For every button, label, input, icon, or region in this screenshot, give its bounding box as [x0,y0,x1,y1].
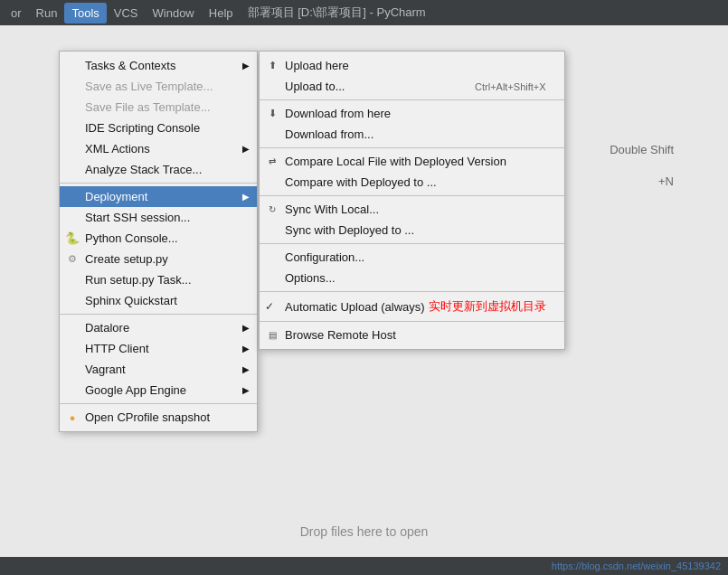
menubar: or Run Tools VCS Window Help 部署项目 [D:\部署… [0,0,728,25]
deployment-download-from[interactable]: Download from... [260,124,564,145]
dep-separator-6 [260,321,564,322]
deployment-browse-remote[interactable]: ▤ Browse Remote Host [260,325,564,345]
download-here-label: Download from here [285,107,391,120]
menubar-item-run[interactable]: Run [29,3,65,24]
menubar-item-vcs[interactable]: VCS [107,3,146,24]
menubar-item-tools[interactable]: Tools [64,3,106,24]
deployment-compare-deployed[interactable]: Compare with Deployed to ... [260,172,564,193]
open-cprofile-label: Open CProfile snapshot [85,410,210,424]
download-here-icon: ⬇ [265,107,279,121]
save-file-label: Save File as Template... [85,100,211,114]
menubar-item-help[interactable]: Help [202,3,241,24]
deployment-label: Deployment [85,190,147,203]
menu-item-http-client[interactable]: HTTP Client [60,338,257,359]
browse-remote-label: Browse Remote Host [285,328,396,342]
menubar-item-or[interactable]: or [4,3,29,24]
menu-item-save-file: Save File as Template... [60,97,257,118]
deployment-upload-to[interactable]: Upload to... Ctrl+Alt+Shift+X [260,76,564,97]
deployment-compare-local[interactable]: ⇄ Compare Local File with Deployed Versi… [260,151,564,172]
deployment-configuration[interactable]: Configuration... [260,247,564,268]
sphinx-label: Sphinx Quickstart [85,294,177,307]
menu-item-google-app[interactable]: Google App Engine [60,380,257,401]
datalore-label: Datalore [85,321,129,335]
menu-item-vagrant[interactable]: Vagrant [60,359,257,380]
menu-item-analyze-stack[interactable]: Analyze Stack Trace... [60,159,257,180]
upload-to-shortcut: Ctrl+Alt+Shift+X [475,81,546,92]
tools-menu: Tasks & Contexts Save as Live Template..… [59,51,258,432]
ide-scripting-label: IDE Scripting Console [85,121,200,135]
deployment-download-here[interactable]: ⬇ Download from here [260,103,564,124]
vagrant-label: Vagrant [85,363,126,376]
deployment-upload-here[interactable]: ⬆ Upload here [260,55,564,76]
menu-item-datalore[interactable]: Datalore [60,317,257,338]
menu-item-start-ssh[interactable]: Start SSH session... [60,207,257,228]
menu-item-ide-scripting[interactable]: IDE Scripting Console [60,118,257,138]
menu-item-python-console[interactable]: 🐍 Python Console... [60,228,257,249]
compare-local-label: Compare Local File with Deployed Version [285,155,506,168]
browse-remote-icon: ▤ [265,328,279,343]
menu-item-tasks[interactable]: Tasks & Contexts [60,55,257,76]
menu-item-run-setup[interactable]: Run setup.py Task... [60,269,257,290]
separator-3 [60,403,257,404]
dep-separator-1 [260,99,564,100]
ctrl-n-hint: +N [658,174,674,188]
sync-icon: ↻ [265,203,279,217]
upload-here-label: Upload here [285,59,349,72]
compare-deployed-label: Compare with Deployed to ... [285,175,437,189]
main-area: Double Shift +N Tasks & Contexts Save as… [0,25,728,575]
dep-separator-4 [260,243,564,244]
menubar-item-window[interactable]: Window [146,3,202,24]
dep-separator-2 [260,147,564,148]
double-shift-hint: Double Shift [610,143,674,156]
download-from-label: Download from... [285,127,373,141]
tasks-label: Tasks & Contexts [85,59,175,72]
compare-icon: ⇄ [265,155,279,169]
configuration-label: Configuration... [285,250,364,264]
cprofile-icon: ● [65,410,80,425]
google-app-label: Google App Engine [85,383,186,397]
menu-item-xml-actions[interactable]: XML Actions [60,138,257,159]
deployment-auto-upload[interactable]: ✓ Automatic Upload (always) 实时更新到虚拟机目录 [260,295,564,318]
menu-item-save-live: Save as Live Template... [60,76,257,97]
drop-area: Drop files here to open [300,524,429,539]
separator-2 [60,314,257,315]
options-label: Options... [285,271,336,285]
auto-upload-label: Automatic Upload (always) [285,300,425,314]
app-title: 部署项目 [D:\部署项目] - PyCharm [248,5,426,21]
menu-item-sphinx[interactable]: Sphinx Quickstart [60,290,257,311]
menu-item-create-setup[interactable]: ⚙ Create setup.py [60,249,257,269]
http-client-label: HTTP Client [85,342,149,355]
upload-here-icon: ⬆ [265,59,279,73]
deployment-sync-local[interactable]: ↻ Sync With Local... [260,199,564,220]
menu-item-deployment[interactable]: Deployment [60,186,257,207]
upload-to-label: Upload to... [285,80,345,93]
deployment-submenu: ⬆ Upload here Upload to... Ctrl+Alt+Shif… [259,51,565,350]
start-ssh-label: Start SSH session... [85,211,190,224]
deployment-sync-deployed[interactable]: Sync with Deployed to ... [260,220,564,240]
python-console-label: Python Console... [85,231,178,245]
create-setup-label: Create setup.py [85,252,168,266]
run-setup-label: Run setup.py Task... [85,273,192,287]
separator-1 [60,183,257,184]
analyze-stack-label: Analyze Stack Trace... [85,163,202,176]
status-bar-url: https://blog.csdn.net/weixin_45139342 [552,561,721,571]
auto-upload-check: ✓ [265,300,274,313]
status-bar: https://blog.csdn.net/weixin_45139342 [0,557,728,575]
sync-local-label: Sync With Local... [285,203,379,216]
setup-icon: ⚙ [65,252,80,267]
deployment-options[interactable]: Options... [260,268,564,288]
sync-deployed-label: Sync with Deployed to ... [285,223,414,237]
auto-upload-annotation: 实时更新到虚拟机目录 [429,298,546,315]
xml-actions-label: XML Actions [85,142,150,156]
save-live-label: Save as Live Template... [85,80,213,93]
python-icon: 🐍 [65,231,80,246]
dep-separator-5 [260,291,564,292]
dep-separator-3 [260,195,564,196]
menu-item-open-cprofile[interactable]: ● Open CProfile snapshot [60,407,257,428]
